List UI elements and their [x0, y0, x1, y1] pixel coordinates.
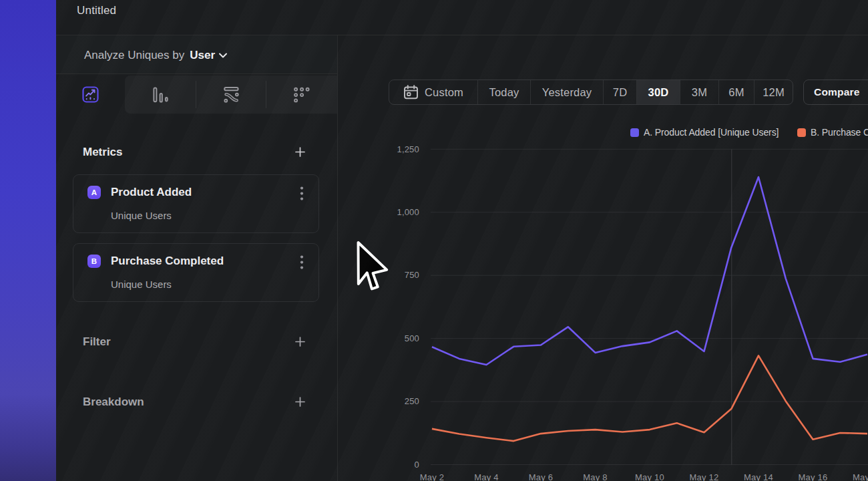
svg-text:May 16: May 16	[799, 472, 828, 481]
svg-text:May 2: May 2	[420, 472, 444, 481]
svg-text:May 14: May 14	[744, 472, 773, 481]
svg-text:750: 750	[405, 270, 419, 280]
svg-text:May 18: May 18	[853, 472, 868, 481]
svg-text:May 8: May 8	[583, 472, 607, 481]
svg-text:May 12: May 12	[690, 472, 719, 481]
svg-text:250: 250	[405, 396, 419, 406]
svg-text:500: 500	[405, 333, 419, 343]
svg-text:1,250: 1,250	[397, 144, 419, 154]
svg-text:0: 0	[415, 460, 419, 470]
svg-text:1,000: 1,000	[397, 207, 419, 217]
svg-text:May 4: May 4	[474, 472, 498, 481]
svg-text:May 6: May 6	[529, 472, 553, 481]
svg-text:May 10: May 10	[635, 472, 664, 481]
